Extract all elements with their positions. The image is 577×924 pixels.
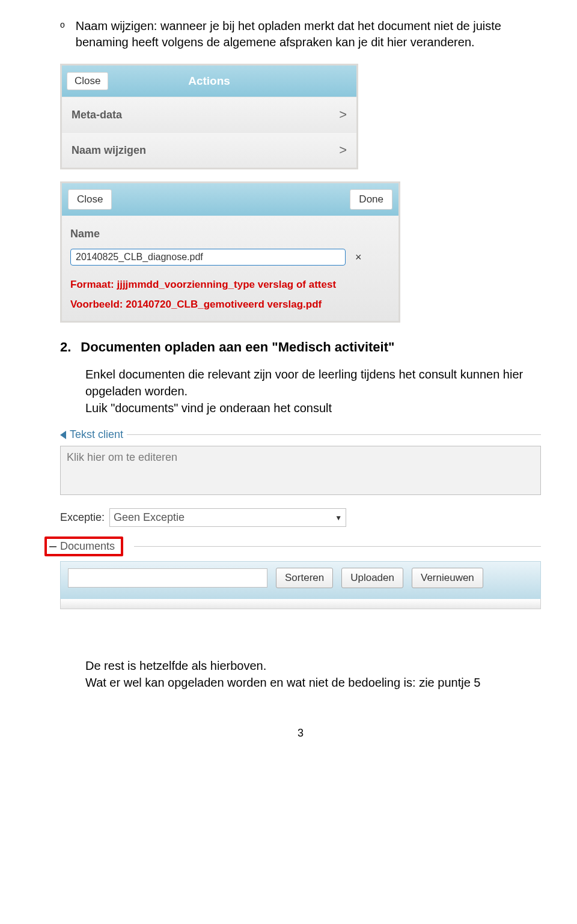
section-2-body-1: Enkel documenten die relevant zijn voor … bbox=[85, 366, 541, 400]
tekst-client-label: Tekst client bbox=[70, 428, 123, 441]
exceptie-label: Exceptie: bbox=[60, 511, 105, 524]
menu-item-label: Naam wijzigen bbox=[72, 144, 146, 157]
section-2-heading: 2. Documenten opladen aan een "Medisch a… bbox=[60, 339, 541, 355]
divider bbox=[127, 434, 541, 435]
exceptie-value: Geen Exceptie bbox=[114, 511, 185, 524]
menu-item-naam-wijzigen[interactable]: Naam wijzigen > bbox=[62, 132, 356, 168]
page-number: 3 bbox=[60, 727, 541, 740]
documents-section-highlight: Documents bbox=[44, 536, 123, 556]
example-hint: Voorbeeld: 20140720_CLB_gemotiveerd vers… bbox=[70, 296, 390, 312]
done-button[interactable]: Done bbox=[350, 189, 392, 210]
close-button[interactable]: Close bbox=[68, 189, 112, 210]
documents-label: Documents bbox=[60, 540, 115, 553]
documents-toolbar: Sorteren Uploaden Vernieuwen bbox=[60, 561, 541, 599]
filename-input[interactable] bbox=[70, 249, 346, 266]
panel-footer-strip bbox=[60, 599, 541, 609]
minus-icon[interactable] bbox=[49, 546, 56, 547]
uploaden-button[interactable]: Uploaden bbox=[341, 568, 403, 588]
chevron-right-icon: > bbox=[339, 142, 347, 158]
menu-item-metadata[interactable]: Meta-data > bbox=[62, 97, 356, 132]
editor-placeholder: Klik hier om te editeren bbox=[67, 451, 177, 463]
actions-panel: Close Actions Meta-data > Naam wijzigen … bbox=[60, 64, 358, 169]
intro-text: Naam wijzigen: wanneer je bij het oplade… bbox=[76, 18, 541, 50]
clear-input-icon[interactable]: × bbox=[352, 250, 365, 265]
divider bbox=[134, 546, 541, 547]
intro-list-item: o Naam wijzigen: wanneer je bij het opla… bbox=[60, 18, 541, 50]
name-field-label: Name bbox=[70, 222, 390, 249]
name-edit-header: Close Done bbox=[62, 183, 398, 216]
bullet-marker: o bbox=[60, 18, 65, 50]
footer-line-1: De rest is hetzelfde als hierboven. bbox=[85, 657, 541, 674]
sorteren-button[interactable]: Sorteren bbox=[276, 568, 333, 588]
consult-panel: Tekst client Klik hier om te editeren Ex… bbox=[60, 428, 541, 609]
chevron-right-icon: > bbox=[339, 107, 347, 123]
menu-item-label: Meta-data bbox=[72, 109, 122, 121]
name-edit-panel: Close Done Name × Formaat: jjjjmmdd_voor… bbox=[60, 181, 400, 323]
format-hint: Formaat: jjjjmmdd_voorzienning_type vers… bbox=[70, 276, 390, 293]
section-title: Documenten opladen aan een "Medisch acti… bbox=[81, 339, 394, 355]
exceptie-select[interactable]: Geen Exceptie ▼ bbox=[109, 508, 346, 527]
dropdown-arrow-icon: ▼ bbox=[335, 514, 342, 522]
section-2-body-2: Luik "documents" vind je onderaan het co… bbox=[85, 400, 541, 416]
footer-line-2: Wat er wel kan opgeladen worden en wat n… bbox=[85, 674, 541, 691]
close-button[interactable]: Close bbox=[67, 72, 108, 90]
vernieuwen-button[interactable]: Vernieuwen bbox=[412, 568, 483, 588]
file-path-input[interactable] bbox=[68, 568, 267, 588]
tekst-client-editor[interactable]: Klik hier om te editeren bbox=[60, 446, 541, 495]
section-number: 2. bbox=[60, 339, 71, 355]
collapse-icon[interactable] bbox=[60, 431, 66, 439]
actions-panel-header: Close Actions bbox=[62, 65, 356, 97]
